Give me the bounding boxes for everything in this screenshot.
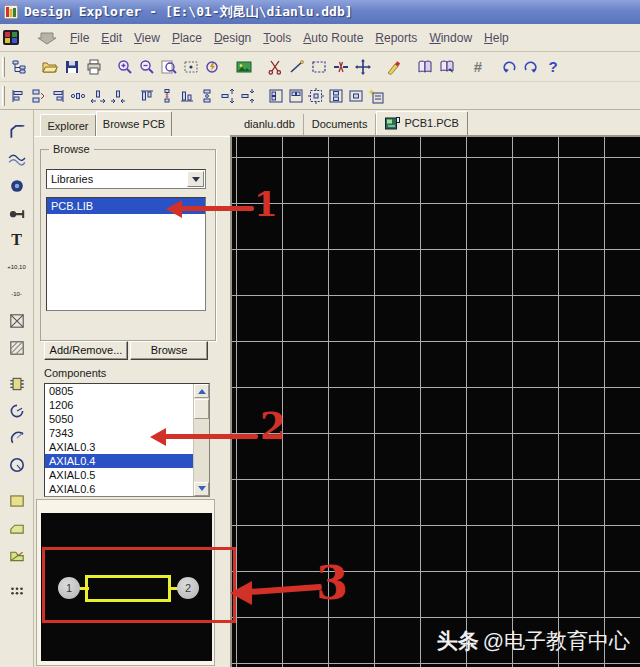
menu-edit[interactable]: Edit bbox=[95, 28, 128, 48]
toolbar-grip-2[interactable] bbox=[2, 86, 5, 106]
menu-view[interactable]: View bbox=[128, 28, 166, 48]
align-right-icon[interactable] bbox=[48, 85, 68, 107]
library-list[interactable]: PCB.LIB bbox=[46, 197, 206, 311]
open-document-icon[interactable] bbox=[39, 55, 61, 79]
space-v-icon[interactable] bbox=[157, 85, 177, 107]
zoom-dynamic-icon[interactable] bbox=[202, 55, 224, 79]
align-top-icon[interactable] bbox=[137, 85, 157, 107]
place-rectangle-icon[interactable] bbox=[4, 487, 30, 514]
help-icon[interactable]: ? bbox=[542, 55, 564, 79]
place-arc-center-icon[interactable] bbox=[4, 397, 30, 424]
pads-left-icon[interactable] bbox=[266, 85, 286, 107]
menu-design[interactable]: Design bbox=[208, 28, 257, 48]
distribute-v-icon[interactable] bbox=[197, 85, 217, 107]
place-track-icon[interactable] bbox=[4, 118, 30, 145]
scroll-up-button[interactable] bbox=[194, 384, 209, 398]
zoom-area-icon[interactable] bbox=[158, 55, 180, 79]
editor-area: dianlu.ddb Documents PCB1.PCB 头条@电子教育中心 bbox=[230, 110, 640, 667]
panel-collapse-arrow-icon[interactable] bbox=[36, 26, 58, 50]
place-polygon-icon[interactable] bbox=[4, 307, 30, 334]
library-book-icon[interactable] bbox=[414, 55, 436, 79]
zoom-point-icon[interactable] bbox=[180, 55, 202, 79]
highlight-brush-icon[interactable] bbox=[383, 55, 405, 79]
menu-place[interactable]: Place bbox=[166, 28, 208, 48]
library-browse-icon[interactable] bbox=[436, 55, 458, 79]
browse-selector[interactable]: Libraries bbox=[46, 169, 206, 189]
capture-image-icon[interactable] bbox=[233, 55, 255, 79]
redo-icon[interactable] bbox=[520, 55, 542, 79]
print-icon[interactable] bbox=[83, 55, 105, 79]
title-bar[interactable]: Design Explorer - [E:\01-刘昆山\dianlu.ddb] bbox=[0, 0, 640, 24]
tab-pcb1-pcb[interactable]: PCB1.PCB bbox=[376, 111, 467, 135]
annotation-box-3 bbox=[42, 547, 236, 623]
tab-documents[interactable]: Documents bbox=[304, 114, 377, 135]
align-bottom-icon[interactable] bbox=[177, 85, 197, 107]
tab-explorer[interactable]: Explorer bbox=[40, 114, 96, 136]
component-item[interactable]: AXIAL0.3 bbox=[45, 440, 193, 454]
place-full-circle-icon[interactable] bbox=[4, 451, 30, 478]
place-arc-any-icon[interactable] bbox=[4, 424, 30, 451]
space-h-decrease-icon[interactable] bbox=[108, 85, 128, 107]
menu-tools[interactable]: Tools bbox=[257, 28, 297, 48]
draw-line-icon[interactable] bbox=[286, 55, 308, 79]
component-item[interactable]: AXIAL0.6 bbox=[45, 482, 193, 496]
select-area-icon[interactable] bbox=[308, 55, 330, 79]
place-via-icon[interactable] bbox=[4, 199, 30, 226]
place-component-icon[interactable] bbox=[4, 370, 30, 397]
align-left-icon[interactable] bbox=[8, 85, 28, 107]
toolbar-grip[interactable] bbox=[2, 57, 5, 77]
scrollbar-thumb[interactable] bbox=[194, 399, 209, 419]
place-pad-icon[interactable] bbox=[4, 172, 30, 199]
cut-icon[interactable] bbox=[264, 55, 286, 79]
browse-button[interactable]: Browse bbox=[130, 341, 208, 360]
save-icon[interactable] bbox=[61, 55, 83, 79]
place-room-icon[interactable] bbox=[366, 85, 386, 107]
browse-group-label: Browse bbox=[49, 143, 94, 155]
menu-help[interactable]: Help bbox=[478, 28, 515, 48]
placement-toolbar: T +10,10 -10- bbox=[0, 110, 34, 667]
place-string-icon[interactable]: T bbox=[4, 226, 30, 253]
space-v-increase-icon[interactable] bbox=[217, 85, 237, 107]
grid-toggle-icon[interactable]: # bbox=[467, 55, 489, 79]
component-item[interactable]: 0805 bbox=[45, 384, 193, 398]
tab-browse-pcb[interactable]: Browse PCB bbox=[96, 111, 172, 136]
menu-auto-route[interactable]: Auto Route bbox=[297, 28, 369, 48]
pads-stack-icon[interactable] bbox=[326, 85, 346, 107]
menu-window[interactable]: Window bbox=[423, 28, 478, 48]
move-icon[interactable] bbox=[352, 55, 374, 79]
place-arc-edge-icon[interactable] bbox=[4, 145, 30, 172]
tab-dianlu-ddb[interactable]: dianlu.ddb bbox=[236, 114, 304, 135]
pads-top-icon[interactable] bbox=[286, 85, 306, 107]
pad-single-icon[interactable] bbox=[346, 85, 366, 107]
undo-icon[interactable] bbox=[498, 55, 520, 79]
space-v-decrease-icon[interactable] bbox=[237, 85, 257, 107]
system-menu-icon[interactable] bbox=[0, 26, 22, 50]
annotation-arrow-1-shaft bbox=[180, 206, 254, 211]
components-list[interactable]: 0805 1206 5050 7343 AXIAL0.3 AXIAL0.4 AX… bbox=[44, 383, 210, 497]
place-dimension-icon[interactable]: -10- bbox=[4, 280, 30, 307]
menu-reports[interactable]: Reports bbox=[369, 28, 423, 48]
scroll-down-button[interactable] bbox=[194, 482, 209, 496]
annotation-arrow-2-shaft bbox=[164, 434, 258, 439]
place-polygon-plane-2-icon[interactable] bbox=[4, 541, 30, 568]
components-scrollbar[interactable] bbox=[193, 384, 209, 496]
zoom-out-icon[interactable] bbox=[136, 55, 158, 79]
place-fill-icon[interactable] bbox=[4, 334, 30, 361]
break-track-icon[interactable] bbox=[330, 55, 352, 79]
place-pad-array-icon[interactable] bbox=[4, 577, 30, 604]
distribute-h-icon[interactable] bbox=[68, 85, 88, 107]
space-h-increase-icon[interactable] bbox=[88, 85, 108, 107]
component-item-selected[interactable]: AXIAL0.4 bbox=[45, 454, 193, 468]
zoom-in-icon[interactable] bbox=[114, 55, 136, 79]
component-item[interactable]: 5050 bbox=[45, 412, 193, 426]
place-coordinate-icon[interactable]: +10,10 bbox=[4, 253, 30, 280]
stack-left-icon[interactable] bbox=[28, 85, 48, 107]
menu-file[interactable]: File bbox=[64, 28, 95, 48]
place-polygon-plane-1-icon[interactable] bbox=[4, 514, 30, 541]
design-browser-icon[interactable] bbox=[8, 55, 30, 79]
browse-selector-dropdown-button[interactable] bbox=[187, 171, 204, 187]
component-item[interactable]: 1206 bbox=[45, 398, 193, 412]
position-center-icon[interactable] bbox=[306, 85, 326, 107]
component-item[interactable]: AXIAL0.5 bbox=[45, 468, 193, 482]
add-remove-button[interactable]: Add/Remove... bbox=[44, 341, 128, 360]
